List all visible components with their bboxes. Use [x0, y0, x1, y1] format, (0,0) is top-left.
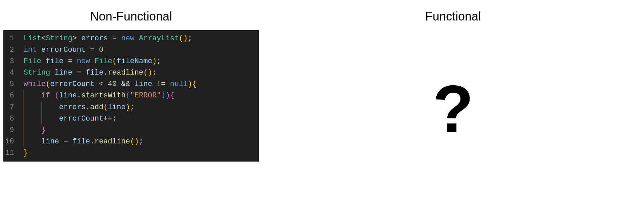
code-token: < — [41, 34, 46, 43]
code-token: = — [86, 46, 99, 54]
code-token: = — [59, 137, 73, 146]
code-line: 11} — [3, 147, 259, 159]
line-number: 3 — [3, 56, 24, 67]
code-token: () — [143, 69, 152, 77]
functional-panel: Functional ? — [262, 7, 644, 214]
code-line: 7 errors.add(line); — [3, 102, 259, 113]
code-token: ; — [139, 137, 143, 146]
line-number: 2 — [3, 44, 24, 56]
code-token: errorCount — [50, 80, 94, 88]
code-token: ; — [157, 57, 161, 65]
code-token: "ERROR" — [130, 91, 161, 100]
code-token: File — [94, 57, 112, 65]
code-token — [24, 126, 41, 134]
indent-guide — [24, 125, 24, 136]
code-token — [37, 46, 41, 54]
code-token: ( — [54, 91, 59, 100]
code-token: line — [54, 69, 72, 77]
code-token: ( — [46, 80, 50, 88]
line-number: 9 — [3, 125, 24, 136]
code-content: List<String> errors = new ArrayList(); — [24, 33, 192, 44]
question-mark-icon: ? — [433, 71, 474, 148]
code-token: { — [170, 91, 174, 100]
code-token: != — [152, 80, 170, 88]
code-token — [50, 91, 54, 100]
code-token: ArrayList — [139, 34, 179, 43]
code-token: new — [121, 34, 134, 43]
code-token: List — [24, 34, 41, 43]
code-token: ( — [104, 103, 108, 112]
code-token — [134, 34, 139, 43]
code-token: File — [24, 57, 41, 65]
code-token: errors — [81, 34, 108, 43]
code-token: 40 — [108, 80, 117, 88]
indent-guide — [24, 113, 24, 125]
code-token: && — [117, 80, 134, 88]
code-content: line = file.readline(); — [24, 136, 143, 147]
code-line: 3File file = new File(fileName); — [3, 56, 259, 67]
code-token: fileName — [117, 57, 152, 65]
functional-title: Functional — [425, 7, 481, 24]
indent-guide — [24, 136, 24, 147]
code-token: ; — [188, 34, 192, 43]
code-line: 2int errorCount = 0 — [3, 44, 259, 56]
code-token: ( — [112, 57, 117, 65]
code-token: line — [108, 103, 126, 112]
non-functional-title: Non-Functional — [90, 7, 172, 24]
code-token: while — [24, 80, 46, 88]
code-content: File file = new File(fileName); — [24, 56, 161, 67]
code-line: 6 if (line.startsWith("ERROR")){ — [3, 90, 259, 101]
indent-guide — [24, 90, 24, 101]
code-line: 9 } — [3, 125, 259, 136]
line-number: 8 — [3, 113, 24, 125]
code-token: readline — [94, 137, 130, 146]
line-number: 6 — [3, 90, 24, 101]
code-token: 0 — [99, 46, 103, 54]
code-token: if — [41, 91, 50, 100]
code-token: = — [108, 34, 121, 43]
code-token: . — [90, 137, 94, 146]
indent-guide — [41, 113, 42, 125]
code-token: ++; — [104, 115, 117, 123]
code-token: ( — [126, 91, 130, 100]
code-token: startsWith — [81, 91, 126, 100]
code-token: errorCount — [41, 46, 86, 54]
code-token: file — [86, 69, 104, 77]
code-token: ; — [130, 103, 134, 112]
code-line: 10 line = file.readline(); — [3, 136, 259, 147]
code-token: readline — [108, 69, 144, 77]
indent-guide — [24, 102, 24, 113]
code-token — [77, 34, 81, 43]
line-number: 5 — [3, 79, 24, 90]
code-token: = — [64, 57, 77, 65]
code-token: } — [41, 126, 46, 134]
code-token: file — [46, 57, 64, 65]
code-content: errorCount++; — [24, 113, 117, 125]
code-token: . — [86, 103, 90, 112]
line-number: 10 — [3, 136, 24, 147]
code-token: line — [41, 137, 59, 146]
code-token: { — [192, 80, 197, 88]
code-token: int — [24, 46, 37, 54]
code-line: 1List<String> errors = new ArrayList(); — [3, 33, 259, 44]
code-token: ) — [126, 103, 130, 112]
line-number: 11 — [3, 147, 24, 159]
code-token: line — [59, 91, 77, 100]
code-content: } — [24, 125, 46, 136]
code-token — [50, 69, 54, 77]
indent-guide — [41, 102, 42, 113]
code-token — [24, 137, 41, 146]
code-token — [90, 57, 94, 65]
code-token: line — [134, 80, 152, 88]
code-token: null — [170, 80, 188, 88]
code-token: String — [24, 69, 50, 77]
line-number: 4 — [3, 67, 24, 79]
code-content: while(errorCount < 40 && line != null){ — [24, 79, 197, 90]
code-content: errors.add(line); — [24, 102, 134, 113]
code-line: 5while(errorCount < 40 && line != null){ — [3, 79, 259, 90]
code-token: . — [77, 91, 81, 100]
code-content: int errorCount = 0 — [24, 44, 104, 56]
code-token: > — [72, 34, 77, 43]
code-token: . — [104, 69, 108, 77]
code-token: < — [94, 80, 108, 88]
